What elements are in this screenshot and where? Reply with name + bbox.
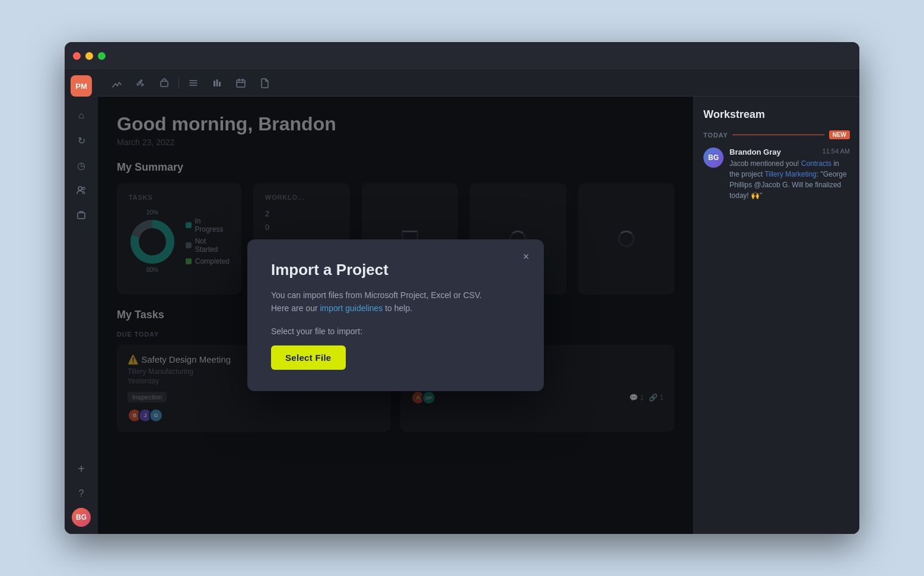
modal-close-button[interactable]: × <box>518 249 534 265</box>
svg-rect-9 <box>219 82 221 87</box>
nav-icon-graph[interactable] <box>107 73 126 92</box>
nav-icon-doc[interactable] <box>255 73 274 92</box>
svg-point-1 <box>82 187 85 190</box>
close-traffic-light[interactable] <box>73 52 81 60</box>
workstream-item-brandon: BG Brandon Gray 11:54 AM Jacob mentioned… <box>703 148 850 201</box>
modal-desc-suffix: to help. <box>383 303 412 313</box>
modal-desc-prefix: Here are our <box>271 303 320 313</box>
ws-name-brandon: Brandon Gray <box>729 148 781 156</box>
nav-divider <box>179 77 179 89</box>
nav-icon-bag[interactable] <box>155 73 174 92</box>
ws-content-brandon: Brandon Gray 11:54 AM Jacob mentioned yo… <box>729 148 850 201</box>
sidebar: PM ⌂ ↻ ◷ + ? BG <box>65 69 98 534</box>
ws-link-contracts[interactable]: Contracts <box>801 159 831 168</box>
app-body: PM ⌂ ↻ ◷ + ? BG <box>65 69 859 534</box>
sidebar-item-home[interactable]: ⌂ <box>71 105 92 126</box>
modal-description: You can import files from Microsoft Proj… <box>271 289 520 315</box>
sidebar-item-projects[interactable] <box>71 204 92 226</box>
traffic-lights <box>73 52 106 60</box>
main-content: Good morning, Brandon March 23, 2022 My … <box>98 97 693 534</box>
user-avatar-sidebar[interactable]: BG <box>72 508 91 527</box>
modal-desc-line1: You can import files from Microsoft Proj… <box>271 290 482 300</box>
ws-message-brandon: Jacob mentioned you! Contracts in the pr… <box>729 158 850 201</box>
sidebar-item-refresh[interactable]: ↻ <box>71 130 92 151</box>
sidebar-item-history[interactable]: ◷ <box>71 155 92 176</box>
app-logo[interactable]: PM <box>71 75 92 97</box>
modal-select-label: Select your file to import: <box>271 327 520 336</box>
ws-link-tillery[interactable]: Tillery Marketing <box>764 170 817 178</box>
minimize-traffic-light[interactable] <box>85 52 93 60</box>
svg-rect-10 <box>237 80 245 87</box>
sidebar-item-users[interactable] <box>71 180 92 201</box>
sidebar-item-add[interactable]: + <box>71 458 92 479</box>
workstream-title: Workstream <box>703 108 850 121</box>
svg-rect-2 <box>78 213 85 219</box>
nav-icon-chart[interactable] <box>208 73 227 92</box>
workstream-today: TODAY NEW <box>703 130 850 139</box>
ws-avatar-brandon: BG <box>703 148 724 168</box>
title-bar <box>65 42 859 69</box>
today-label: TODAY <box>703 132 728 139</box>
svg-rect-7 <box>214 81 215 87</box>
content-area: Good morning, Brandon March 23, 2022 My … <box>98 97 859 534</box>
app-window: PM ⌂ ↻ ◷ + ? BG <box>65 42 859 534</box>
import-modal: × Import a Project You can import files … <box>247 239 544 392</box>
modal-import-guidelines-link[interactable]: import guidelines <box>320 303 383 313</box>
nav-icon-calendar[interactable] <box>231 73 250 92</box>
maximize-traffic-light[interactable] <box>98 52 106 60</box>
sidebar-bottom: + ? BG <box>71 458 92 534</box>
svg-point-0 <box>78 187 82 190</box>
workstream-panel: Workstream TODAY NEW BG Brandon Gray 11:… <box>693 97 859 534</box>
sidebar-item-help[interactable]: ? <box>71 483 92 504</box>
select-file-button[interactable]: Select File <box>271 345 346 370</box>
ws-header-brandon: Brandon Gray 11:54 AM <box>729 148 850 156</box>
modal-title: Import a Project <box>271 261 520 279</box>
nav-icon-list[interactable] <box>184 73 203 92</box>
ws-time-brandon: 11:54 AM <box>823 148 850 156</box>
svg-rect-3 <box>161 81 168 87</box>
today-divider <box>732 135 824 135</box>
new-badge: NEW <box>829 130 850 139</box>
nav-icon-tools[interactable] <box>131 73 150 92</box>
modal-overlay: × Import a Project You can import files … <box>98 97 693 534</box>
svg-rect-8 <box>216 79 218 87</box>
top-nav <box>98 69 859 97</box>
